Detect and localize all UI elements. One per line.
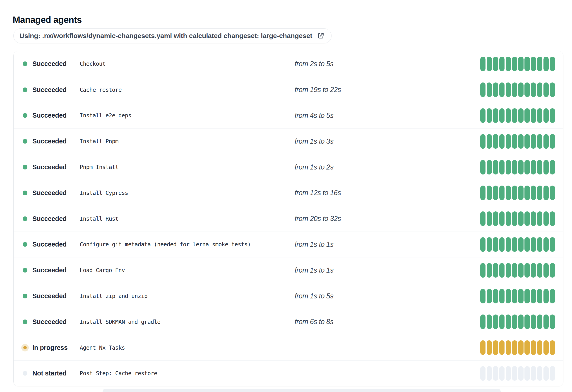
agent-segment[interactable] <box>487 263 492 278</box>
agent-segment[interactable] <box>487 160 492 175</box>
agent-segment[interactable] <box>506 340 511 355</box>
agent-step-row[interactable]: SucceededInstall SDKMAN and gradlefrom 6… <box>14 309 563 335</box>
agent-segment[interactable] <box>480 186 486 200</box>
agent-segment[interactable] <box>493 212 498 226</box>
agent-step-row[interactable]: SucceededInstall zip and unzipfrom 1s to… <box>14 283 563 309</box>
agent-segment[interactable] <box>537 82 542 97</box>
agent-segment[interactable] <box>524 160 530 175</box>
agent-segment[interactable] <box>499 263 505 278</box>
agent-segment[interactable] <box>493 160 498 175</box>
agent-segment[interactable] <box>524 57 530 71</box>
agent-segment[interactable] <box>512 366 517 381</box>
agent-step-row[interactable]: SucceededInstall Rustfrom 20s to 32s <box>14 206 563 231</box>
agent-step-row[interactable]: SucceededPnpm Installfrom 1s to 2s <box>14 154 563 180</box>
agent-segment[interactable] <box>531 237 536 252</box>
agent-segment[interactable] <box>499 366 505 381</box>
agent-segment[interactable] <box>531 289 536 303</box>
agent-segment[interactable] <box>543 237 549 252</box>
agent-segment[interactable] <box>506 289 511 303</box>
agent-segment[interactable] <box>537 160 542 175</box>
agent-segment[interactable] <box>543 57 549 71</box>
agent-segment[interactable] <box>487 289 492 303</box>
agent-segment[interactable] <box>524 237 530 252</box>
agent-segment[interactable] <box>493 340 498 355</box>
agent-segment[interactable] <box>493 289 498 303</box>
agent-segment[interactable] <box>480 160 486 175</box>
agent-segment[interactable] <box>543 340 549 355</box>
agent-segment[interactable] <box>524 212 530 226</box>
agent-step-row[interactable]: SucceededConfigure git metadata (needed … <box>14 231 563 257</box>
agent-segment[interactable] <box>531 186 536 200</box>
agent-segment[interactable] <box>518 186 523 200</box>
agent-segment[interactable] <box>537 212 542 226</box>
agent-segment[interactable] <box>512 186 517 200</box>
agent-segment[interactable] <box>543 108 549 123</box>
workflow-source-pill[interactable]: Using: .nx/workflows/dynamic-changesets.… <box>13 28 332 43</box>
agent-segment[interactable] <box>493 82 498 97</box>
agent-segment[interactable] <box>499 82 505 97</box>
agent-segment[interactable] <box>506 108 511 123</box>
agent-segment[interactable] <box>487 186 492 200</box>
agent-segment[interactable] <box>550 340 555 355</box>
agent-segment[interactable] <box>537 289 542 303</box>
agent-segment[interactable] <box>550 212 555 226</box>
agent-segment[interactable] <box>531 340 536 355</box>
agent-segment[interactable] <box>531 314 536 329</box>
agent-segment[interactable] <box>531 263 536 278</box>
agent-segment[interactable] <box>506 237 511 252</box>
agent-segment[interactable] <box>499 160 505 175</box>
agent-segment[interactable] <box>537 366 542 381</box>
agent-segment[interactable] <box>487 82 492 97</box>
agent-segment[interactable] <box>487 340 492 355</box>
agent-segment[interactable] <box>480 57 486 71</box>
agent-segment[interactable] <box>499 340 505 355</box>
agent-segment[interactable] <box>518 108 523 123</box>
agent-segment[interactable] <box>493 366 498 381</box>
agent-step-row[interactable]: SucceededCheckoutfrom 2s to 5s <box>14 51 563 77</box>
agent-segment[interactable] <box>512 237 517 252</box>
agent-segment[interactable] <box>537 237 542 252</box>
agent-segment[interactable] <box>518 237 523 252</box>
agent-segment[interactable] <box>524 263 530 278</box>
agent-segment[interactable] <box>506 212 511 226</box>
agent-segment[interactable] <box>550 366 555 381</box>
agent-segment[interactable] <box>524 366 530 381</box>
agent-segment[interactable] <box>499 134 505 149</box>
agent-segment[interactable] <box>487 212 492 226</box>
agent-segment[interactable] <box>550 134 555 149</box>
agent-step-row[interactable]: SucceededInstall Pnpmfrom 1s to 3s <box>14 128 563 154</box>
agent-segment[interactable] <box>487 314 492 329</box>
agent-segment[interactable] <box>531 366 536 381</box>
agent-segment[interactable] <box>487 57 492 71</box>
agent-segment[interactable] <box>531 82 536 97</box>
agent-segment[interactable] <box>512 289 517 303</box>
agent-segment[interactable] <box>543 82 549 97</box>
agent-segment[interactable] <box>537 57 542 71</box>
agent-segment[interactable] <box>543 263 549 278</box>
agent-segment[interactable] <box>506 134 511 149</box>
agent-segment[interactable] <box>537 134 542 149</box>
agent-segment[interactable] <box>518 263 523 278</box>
agent-segment[interactable] <box>537 108 542 123</box>
agent-segment[interactable] <box>493 57 498 71</box>
agent-segment[interactable] <box>480 237 486 252</box>
agent-segment[interactable] <box>512 212 517 226</box>
agent-segment[interactable] <box>499 237 505 252</box>
agent-segment[interactable] <box>480 314 486 329</box>
agent-segment[interactable] <box>550 263 555 278</box>
agent-segment[interactable] <box>506 186 511 200</box>
agent-segment[interactable] <box>480 134 486 149</box>
agent-segment[interactable] <box>537 186 542 200</box>
agent-segment[interactable] <box>543 160 549 175</box>
agent-segment[interactable] <box>531 57 536 71</box>
agent-segment[interactable] <box>531 212 536 226</box>
agent-segment[interactable] <box>506 82 511 97</box>
agent-segment[interactable] <box>543 186 549 200</box>
agent-step-row[interactable]: Not startedPost Step: Cache restore <box>14 360 563 386</box>
agent-segment[interactable] <box>512 263 517 278</box>
agent-segment[interactable] <box>480 289 486 303</box>
agent-segment[interactable] <box>493 263 498 278</box>
agent-segment[interactable] <box>480 340 486 355</box>
agent-segment[interactable] <box>487 134 492 149</box>
agent-segment[interactable] <box>499 314 505 329</box>
